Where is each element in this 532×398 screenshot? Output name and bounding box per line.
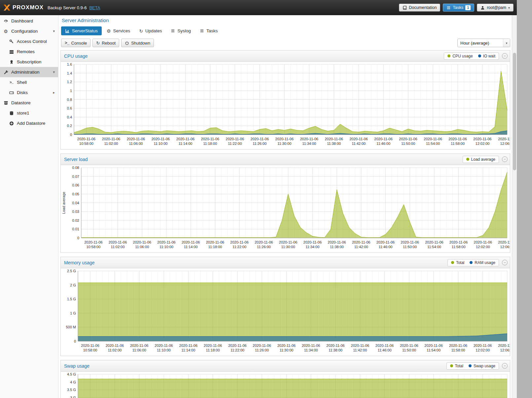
svg-text:Load average: Load average [62, 192, 66, 214]
collapse-icon[interactable]: − [502, 260, 508, 265]
tab-label: Services [113, 28, 130, 33]
documentation-label: Documentation [409, 5, 437, 10]
sidebar-item-configuration[interactable]: ⚙ Configuration ▾ [0, 26, 58, 36]
sidebar-item-store1[interactable]: store1 [0, 108, 58, 118]
scrollbar-thumb[interactable] [513, 53, 516, 170]
tasks-button[interactable]: Tasks 1 [443, 4, 474, 12]
proxmox-logo: PROXMOX [3, 4, 44, 11]
panel-title: CPU usage [64, 53, 88, 59]
svg-text:2020-11-06: 2020-11-06 [474, 344, 492, 348]
terminal-icon: >_ [65, 41, 69, 45]
cpu-usage-panel: CPU usage CPU usageIO wait − 00.20.40.60… [60, 50, 510, 149]
svg-text:2020-11-06: 2020-11-06 [84, 240, 102, 244]
console-button[interactable]: >_ Console [61, 39, 90, 47]
svg-text:11:06:00: 11:06:00 [129, 142, 143, 146]
user-menu-button[interactable]: root@pam ▾ [477, 4, 514, 12]
svg-text:2020-11-06: 2020-11-06 [400, 344, 418, 348]
legend-item[interactable]: RAM usage [470, 260, 495, 265]
server-load-chart: 00.010.020.030.040.050.060.070.082020-11… [61, 165, 510, 252]
sidebar-item-access-control[interactable]: Access Control [0, 36, 58, 47]
collapse-icon[interactable]: − [502, 53, 508, 59]
legend-item[interactable]: Total [450, 364, 463, 368]
reboot-button[interactable]: ↻ Reboot [92, 39, 119, 47]
svg-text:2020-11-06: 2020-11-06 [228, 344, 246, 348]
legend-item[interactable]: Load average [466, 157, 495, 162]
legend-item[interactable]: Total [451, 260, 464, 265]
disk-icon [9, 90, 14, 95]
legend-item[interactable]: IO wait [478, 54, 495, 58]
beta-link[interactable]: BETA [89, 5, 100, 10]
panel-header: CPU usage CPU usageIO wait − [61, 50, 510, 62]
server-load-panel: Server load Load average − 00.010.020.03… [60, 153, 510, 253]
sidebar-item-shell[interactable]: >_ Shell [0, 77, 58, 87]
panel-title: Memory usage [64, 260, 95, 265]
collapse-icon[interactable]: − [502, 156, 508, 162]
svg-text:11:34:00: 11:34:00 [302, 142, 316, 146]
tab-bar: ServerStatus ⚙ Services ↻ Updates Syslog [61, 26, 510, 35]
sidebar-item-label: Dashboard [11, 18, 33, 23]
legend-dot [469, 364, 472, 367]
console-label: Console [71, 41, 87, 46]
svg-text:2020-11-06: 2020-11-06 [251, 137, 269, 141]
svg-text:2020-11-06: 2020-11-06 [182, 240, 200, 244]
svg-text:2020-11-06: 2020-11-06 [328, 240, 346, 244]
svg-text:2020-11-06: 2020-11-06 [399, 137, 417, 141]
legend-dot [450, 364, 453, 367]
svg-text:11:34:00: 11:34:00 [304, 348, 318, 352]
svg-text:4 G: 4 G [70, 380, 76, 384]
svg-text:2020-11-06: 2020-11-06 [81, 344, 99, 348]
svg-text:2020-11-06: 2020-11-06 [204, 344, 222, 348]
tab-serverstatus[interactable]: ServerStatus [61, 26, 102, 35]
documentation-button[interactable]: Documentation [399, 4, 440, 12]
svg-text:2 G: 2 G [70, 283, 76, 287]
legend-item[interactable]: CPU usage [447, 54, 473, 58]
svg-text:2020-11-06: 2020-11-06 [352, 240, 370, 244]
sidebar-item-add-datastore[interactable]: Add Datastore [0, 118, 58, 128]
chart-legend: Load average [463, 156, 499, 163]
chevron-right-icon: ▸ [53, 90, 55, 95]
proxmox-x-icon [3, 4, 11, 11]
key-icon [9, 39, 14, 44]
sidebar-item-administration[interactable]: Administration ▾ [0, 67, 58, 77]
sidebar-item-dashboard[interactable]: Dashboard [0, 16, 58, 26]
legend-dot [478, 54, 481, 57]
swap-usage-chart: 0500 M1 G1.5 G2 G2.5 G3 G3.5 G4 G4.5 G20… [61, 372, 510, 398]
tab-tasks[interactable]: Tasks [196, 26, 222, 35]
svg-text:2020-11-06: 2020-11-06 [325, 137, 343, 141]
tab-updates[interactable]: ↻ Updates [135, 26, 166, 35]
sidebar-item-label: Datastore [11, 100, 31, 105]
svg-text:0.06: 0.06 [72, 183, 79, 187]
svg-text:2020-11-06: 2020-11-06 [449, 240, 468, 244]
svg-text:11:30:00: 11:30:00 [277, 142, 291, 146]
svg-text:11:50:00: 11:50:00 [403, 245, 417, 249]
tab-syslog[interactable]: Syslog [167, 26, 195, 35]
wrench-icon [3, 70, 8, 75]
legend-item[interactable]: Swap usage [469, 364, 495, 368]
sidebar-item-subscription[interactable]: Subscription [0, 57, 58, 67]
svg-text:2020-11-06: 2020-11-06 [300, 137, 318, 141]
svg-text:2020-11-06: 2020-11-06 [106, 344, 124, 348]
svg-text:11:26:00: 11:26:00 [257, 245, 271, 249]
gears-icon: ⚙ [3, 29, 8, 34]
svg-text:2.5 G: 2.5 G [67, 269, 76, 273]
svg-text:11:50:00: 11:50:00 [402, 348, 416, 352]
chevron-down-icon: ▾ [53, 29, 55, 33]
top-bar: PROXMOX Backup Server 0.9-6 BETA Documen… [0, 0, 517, 15]
chart-icon [65, 29, 70, 33]
collapse-icon[interactable]: − [502, 363, 508, 369]
sidebar-item-remotes[interactable]: Remotes [0, 47, 58, 57]
tab-services[interactable]: ⚙ Services [103, 26, 134, 35]
sidebar-item-disks[interactable]: Disks ▸ [0, 87, 58, 98]
svg-text:0.2: 0.2 [67, 124, 72, 128]
time-range-select[interactable]: Hour (average) ▾ [457, 39, 510, 47]
svg-text:2020-11-06: 2020-11-06 [279, 240, 297, 244]
caret-down-icon: ▾ [508, 6, 510, 10]
svg-text:11:46:00: 11:46:00 [376, 142, 390, 146]
sidebar-item-datastore[interactable]: Datastore [0, 98, 58, 108]
list-icon [171, 29, 175, 33]
sidebar-item-label: Subscription [17, 59, 41, 64]
svg-text:11:54:00: 11:54:00 [427, 245, 441, 249]
shutdown-button[interactable]: Shutdown [121, 39, 154, 47]
svg-text:11:26:00: 11:26:00 [253, 142, 266, 146]
vertical-scrollbar[interactable] [512, 15, 517, 398]
